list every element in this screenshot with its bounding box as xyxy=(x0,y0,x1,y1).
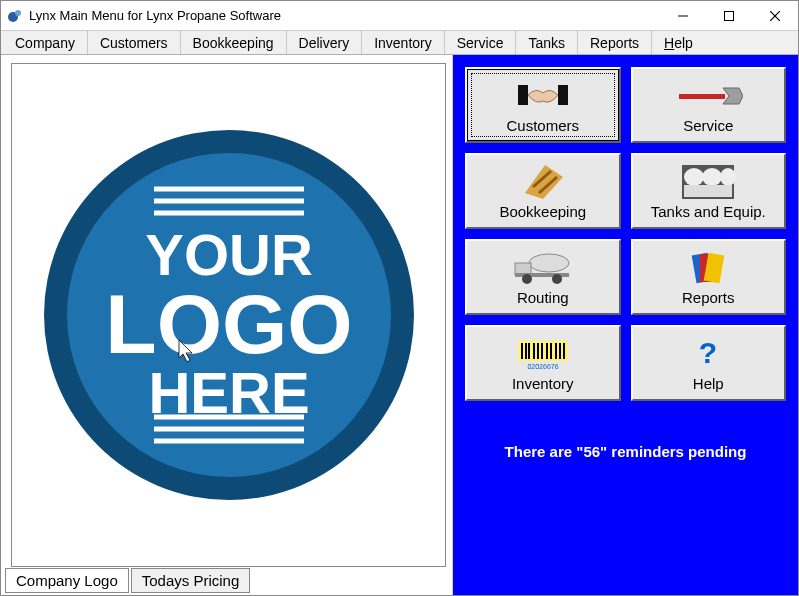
menu-company[interactable]: Company xyxy=(3,31,88,54)
menu-tanks[interactable]: Tanks xyxy=(516,31,578,54)
svg-point-27 xyxy=(720,168,736,186)
customers-button[interactable]: Customers xyxy=(465,67,621,143)
help-button[interactable]: ? Help xyxy=(631,325,787,401)
bookkeeping-icon xyxy=(521,163,565,201)
menu-delivery[interactable]: Delivery xyxy=(287,31,363,54)
menu-service[interactable]: Service xyxy=(445,31,517,54)
svg-point-25 xyxy=(684,168,704,186)
logo-frame: YOUR LOGO HERE xyxy=(11,63,446,567)
menu-reports[interactable]: Reports xyxy=(578,31,652,54)
reports-icon xyxy=(688,249,728,287)
menu-help[interactable]: Help xyxy=(652,31,705,54)
svg-point-33 xyxy=(552,274,562,284)
service-label: Service xyxy=(683,117,733,134)
menu-inventory[interactable]: Inventory xyxy=(362,31,445,54)
tanks-button[interactable]: Tanks and Equip. xyxy=(631,153,787,229)
bottom-tabs: Company Logo Todays Pricing xyxy=(5,568,250,593)
tab-company-logo[interactable]: Company Logo xyxy=(5,568,129,593)
window-title: Lynx Main Menu for Lynx Propane Software xyxy=(29,8,660,23)
reports-button[interactable]: Reports xyxy=(631,239,787,315)
maximize-button[interactable] xyxy=(706,1,752,31)
svg-rect-18 xyxy=(518,85,528,105)
minimize-button[interactable] xyxy=(660,1,706,31)
svg-rect-3 xyxy=(725,12,734,21)
wrench-icon xyxy=(673,77,743,115)
svg-text:?: ? xyxy=(699,337,717,369)
svg-marker-21 xyxy=(525,165,563,199)
handshake-icon xyxy=(516,77,570,115)
customers-label: Customers xyxy=(506,117,579,134)
routing-button[interactable]: Routing xyxy=(465,239,621,315)
tanks-icon xyxy=(680,163,736,201)
service-button[interactable]: Service xyxy=(631,67,787,143)
maximize-icon xyxy=(724,11,734,21)
menu-customers[interactable]: Customers xyxy=(88,31,181,54)
close-icon xyxy=(770,11,780,21)
svg-text:LOGO: LOGO xyxy=(105,277,352,371)
reminders-text: There are "56" reminders pending xyxy=(465,443,786,460)
help-label: Help xyxy=(693,375,724,392)
right-pane: Customers Service xyxy=(453,55,798,595)
barcode-icon: 02026676 xyxy=(516,335,570,373)
company-logo-placeholder: YOUR LOGO HERE xyxy=(29,115,429,515)
svg-rect-28 xyxy=(684,185,732,197)
routing-label: Routing xyxy=(517,289,569,306)
svg-point-1 xyxy=(15,10,21,16)
svg-rect-20 xyxy=(679,94,725,99)
question-icon: ? xyxy=(695,335,721,373)
bookkeeping-label: Bookkeeping xyxy=(499,203,586,220)
inventory-label: Inventory xyxy=(512,375,574,392)
titlebar: Lynx Main Menu for Lynx Propane Software xyxy=(1,1,798,31)
svg-point-26 xyxy=(702,168,722,186)
left-pane: YOUR LOGO HERE Company Logo Todays Prici… xyxy=(1,55,453,595)
window-controls xyxy=(660,1,798,30)
svg-rect-19 xyxy=(558,85,568,105)
svg-point-32 xyxy=(522,274,532,284)
close-button[interactable] xyxy=(752,1,798,31)
menu-bookkeeping[interactable]: Bookkeeping xyxy=(181,31,287,54)
menubar: Company Customers Bookkeeping Delivery I… xyxy=(1,31,798,55)
inventory-button[interactable]: 02026676 Inventory xyxy=(465,325,621,401)
tab-todays-pricing[interactable]: Todays Pricing xyxy=(131,568,251,593)
truck-icon xyxy=(511,249,575,287)
svg-text:HERE: HERE xyxy=(148,360,309,425)
app-icon xyxy=(7,8,23,24)
reports-label: Reports xyxy=(682,289,735,306)
svg-point-29 xyxy=(529,254,569,272)
bookkeeping-button[interactable]: Bookkeeping xyxy=(465,153,621,229)
tanks-label: Tanks and Equip. xyxy=(651,203,766,220)
svg-text:02026676: 02026676 xyxy=(527,363,558,370)
minimize-icon xyxy=(678,11,688,21)
